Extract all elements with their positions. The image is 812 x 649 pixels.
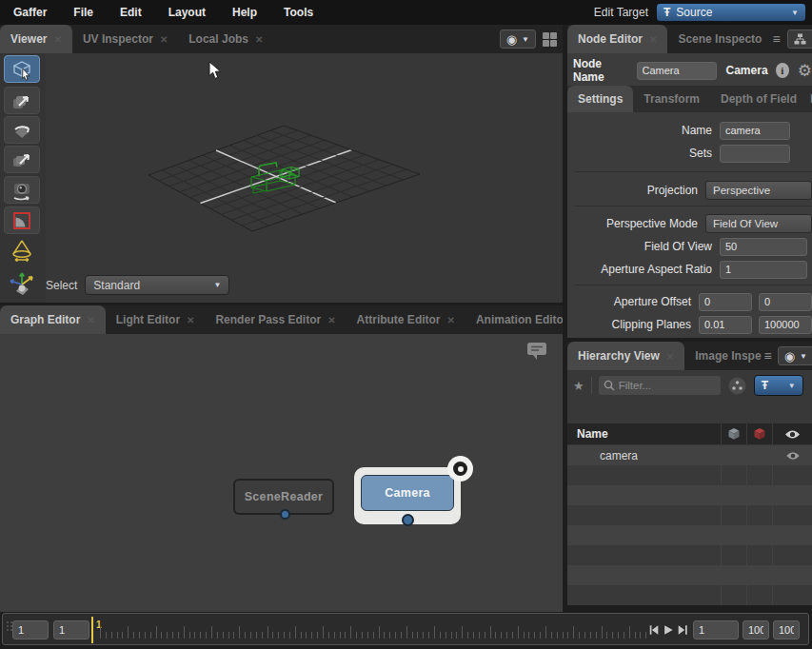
layout-menu-icon[interactable] bbox=[543, 32, 557, 47]
scale-tool-button[interactable] bbox=[4, 146, 40, 173]
tab-render-pass-editor[interactable]: Render Pass Editor ✕ bbox=[205, 305, 346, 334]
camera-tool-button[interactable] bbox=[4, 176, 40, 204]
projection-dropdown[interactable]: Perspective bbox=[705, 181, 812, 200]
menu-file[interactable]: File bbox=[60, 6, 107, 19]
tab-depth-of-field[interactable]: Depth of Field bbox=[710, 86, 807, 112]
hierarchy-filter-row: ★ Ŧ ▼ bbox=[573, 374, 808, 397]
play-icon[interactable] bbox=[663, 623, 674, 637]
tab-scene-inspector[interactable]: Scene Inspecto bbox=[667, 25, 772, 53]
menu-layout[interactable]: Layout bbox=[155, 6, 219, 19]
close-icon[interactable]: ✕ bbox=[649, 34, 657, 45]
select-tool-button[interactable] bbox=[4, 55, 40, 83]
menu-edit[interactable]: Edit bbox=[107, 6, 155, 19]
set-filter-icon[interactable] bbox=[727, 376, 747, 396]
rotate-tool-button[interactable] bbox=[4, 116, 40, 144]
visibility-column-header[interactable] bbox=[772, 423, 812, 444]
close-icon[interactable]: ✕ bbox=[666, 351, 674, 362]
bookmarks-star-icon[interactable]: ★ bbox=[573, 379, 584, 393]
perspective-mode-dropdown[interactable]: Field Of View bbox=[705, 214, 812, 233]
graph-canvas[interactable]: SceneReader Camera bbox=[0, 334, 563, 612]
clipping-planes-far-field[interactable] bbox=[759, 316, 812, 334]
close-icon[interactable]: ✕ bbox=[447, 315, 455, 325]
tab-animation-editor[interactable]: Animation Editor ✕ bbox=[465, 305, 563, 334]
edit-scope-dropdown[interactable]: Ŧ ▼ bbox=[754, 375, 803, 396]
node-camera[interactable]: Camera bbox=[361, 475, 454, 511]
graph-editor-panel: Graph Editor ✕ Light Editor ✕ Render Pas… bbox=[0, 305, 563, 612]
tab-settings[interactable]: Settings bbox=[567, 86, 633, 112]
crop-window-tool-button[interactable] bbox=[4, 206, 40, 234]
tab-hierarchy-view[interactable]: Hierarchy View ✕ bbox=[567, 342, 684, 370]
inclusions-column-header[interactable] bbox=[721, 423, 746, 444]
field-of-view-field[interactable] bbox=[720, 238, 807, 256]
tab-attribute-editor[interactable]: Attribute Editor ✕ bbox=[347, 305, 465, 334]
node-name-input[interactable] bbox=[637, 62, 717, 80]
edit-target-dropdown[interactable]: Ŧ Source ▼ bbox=[656, 3, 806, 22]
name-field[interactable] bbox=[720, 122, 790, 140]
aperture-aspect-ratio-field[interactable] bbox=[720, 261, 807, 279]
name-column-header[interactable]: Name bbox=[567, 427, 721, 441]
go-to-end-icon[interactable] bbox=[677, 623, 688, 637]
tab-graph-editor[interactable]: Graph Editor ✕ bbox=[0, 305, 106, 334]
light-cone-icon bbox=[8, 238, 36, 265]
hierarchy-row-camera[interactable]: camera bbox=[567, 445, 812, 465]
node-scene-reader[interactable]: SceneReader bbox=[233, 479, 334, 515]
select-mode-dropdown[interactable]: Standard ▼ bbox=[85, 275, 229, 295]
chevron-down-icon: ▼ bbox=[800, 352, 807, 361]
tab-transform[interactable]: Transform bbox=[633, 86, 710, 112]
hierarchy-tabbar: Hierarchy View ✕ Image Inspe ≡ ◉ ▼ bbox=[567, 342, 812, 370]
close-icon[interactable]: ✕ bbox=[160, 34, 168, 45]
clipping-planes-near-field[interactable] bbox=[699, 316, 752, 334]
node-output-plug[interactable] bbox=[280, 509, 290, 520]
node-output-plug[interactable] bbox=[402, 514, 414, 526]
exclusions-column-header[interactable] bbox=[746, 423, 772, 444]
tab-viewer[interactable]: Viewer ✕ bbox=[0, 25, 72, 53]
node-camera-selection-frame[interactable]: Camera bbox=[354, 467, 461, 524]
close-icon[interactable]: ✕ bbox=[255, 34, 263, 45]
transform-gizmo-tool-button[interactable] bbox=[4, 268, 40, 296]
timeline-playhead[interactable] bbox=[91, 617, 93, 643]
close-icon[interactable]: ✕ bbox=[87, 315, 94, 325]
tab-uv-inspector[interactable]: UV Inspector ✕ bbox=[72, 25, 178, 53]
tab-local-jobs[interactable]: Local Jobs ✕ bbox=[178, 25, 273, 53]
chevron-down-icon: ▼ bbox=[522, 35, 529, 44]
viewport-3d[interactable] bbox=[46, 84, 563, 289]
tab-image-inspector[interactable]: Image Inspe bbox=[684, 342, 763, 370]
close-icon[interactable]: ✕ bbox=[327, 315, 335, 325]
timeline-range-end-field[interactable] bbox=[773, 620, 800, 639]
light-tool-button[interactable] bbox=[4, 237, 40, 265]
focus-handle[interactable] bbox=[447, 456, 473, 482]
go-to-start-icon[interactable] bbox=[648, 623, 660, 637]
hierarchy-settings-dropdown[interactable]: ◉ ▼ bbox=[778, 346, 812, 365]
menu-gaffer[interactable]: Gaffer bbox=[0, 6, 60, 19]
tab-light-editor[interactable]: Light Editor ✕ bbox=[106, 305, 206, 334]
timeline-end-frame-field[interactable] bbox=[743, 620, 769, 639]
close-icon[interactable]: ✕ bbox=[53, 34, 61, 45]
search-icon bbox=[604, 380, 615, 391]
aperture-offset-x-field[interactable] bbox=[699, 293, 752, 311]
timeline-frame-field[interactable] bbox=[693, 620, 739, 639]
tab-node-editor[interactable]: Node Editor ✕ bbox=[567, 25, 667, 53]
select-mode-row: Select Standard ▼ bbox=[46, 275, 229, 295]
timeline-ruler[interactable] bbox=[100, 614, 654, 644]
annotation-bubble-icon[interactable] bbox=[525, 340, 549, 363]
viewer-settings-dropdown[interactable]: ◉ ▼ bbox=[500, 30, 536, 49]
menu-help[interactable]: Help bbox=[219, 6, 270, 19]
menu-tools[interactable]: Tools bbox=[270, 6, 327, 19]
info-icon[interactable]: i bbox=[776, 63, 789, 78]
tab-render-overrides[interactable]: F bbox=[807, 86, 812, 112]
hierarchy-table-header: Name bbox=[567, 423, 812, 444]
timeline-start-frame-field[interactable] bbox=[12, 620, 49, 639]
row-visibility-toggle[interactable] bbox=[772, 445, 812, 465]
gear-icon[interactable]: ⚙ bbox=[798, 63, 812, 79]
filter-input[interactable] bbox=[619, 380, 704, 391]
filter-search-box[interactable] bbox=[599, 376, 721, 395]
node-editor-mode-dropdown[interactable]: ▼ bbox=[787, 30, 812, 49]
tab-list-icon[interactable]: ≡ bbox=[764, 348, 772, 364]
timeline-current-frame-field[interactable] bbox=[53, 620, 89, 639]
target-icon: ◉ bbox=[506, 33, 517, 46]
sets-field[interactable] bbox=[720, 145, 790, 163]
translate-tool-button[interactable] bbox=[4, 87, 40, 114]
tab-list-icon[interactable]: ≡ bbox=[772, 31, 780, 47]
aperture-offset-y-field[interactable] bbox=[759, 293, 812, 311]
close-icon[interactable]: ✕ bbox=[187, 315, 194, 325]
